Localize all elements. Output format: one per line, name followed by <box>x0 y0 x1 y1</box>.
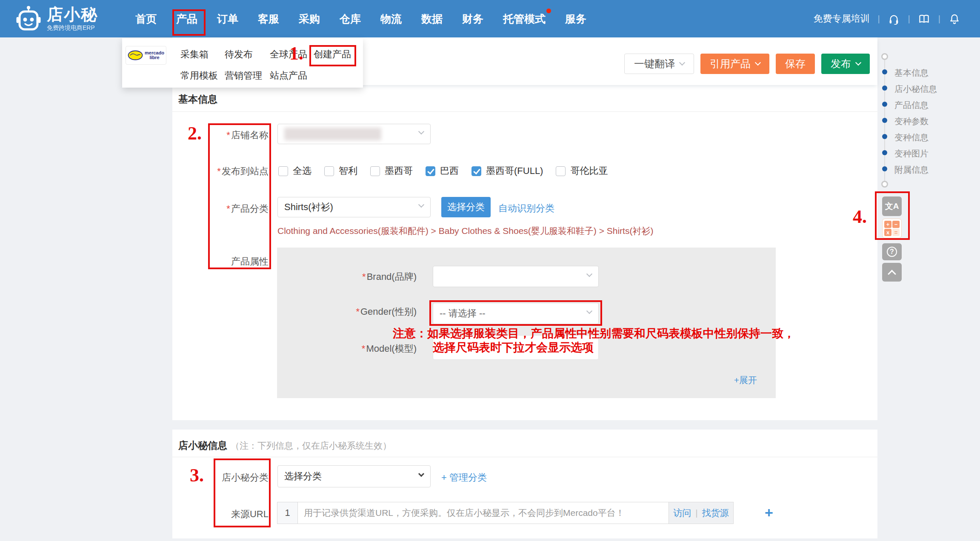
app-logo[interactable]: 店小秘 免费跨境电商ERP <box>16 6 98 32</box>
shop-name-select[interactable] <box>277 124 431 144</box>
gender-note-line1: 注意：如果选择服装类目，产品属性中性别需要和尺码表模板中性别保持一致， <box>393 326 795 341</box>
visit-link[interactable]: 访问 <box>673 507 691 519</box>
anchor-dot-variant-params[interactable] <box>882 118 887 123</box>
nav-item-warehouse[interactable]: 仓库 <box>340 12 361 26</box>
save-button-label: 保存 <box>785 57 806 71</box>
menu-item-marketing[interactable]: 营销管理 <box>225 69 270 82</box>
nav-item-logistics[interactable]: 物流 <box>380 12 402 26</box>
product-category-select[interactable]: Shirts(衬衫) <box>277 197 431 217</box>
site-checkbox-brazil[interactable]: 巴西 <box>426 165 459 177</box>
checkbox-checked-icon[interactable] <box>426 166 435 176</box>
source-url-label: 来源URL: <box>172 508 271 521</box>
gender-select-placeholder: -- 请选择 -- <box>440 307 486 320</box>
back-to-top-button[interactable] <box>882 263 902 282</box>
publish-button[interactable]: 发布 <box>821 54 870 74</box>
topbar-utilities: 免费专属培训 | | | <box>813 12 960 25</box>
quote-product-button[interactable]: 引用产品 <box>700 54 769 74</box>
nav-item-orders[interactable]: 订单 <box>217 12 238 26</box>
anchor-dot-basic[interactable] <box>882 69 887 74</box>
publish-button-label: 发布 <box>831 57 851 71</box>
nav-item-finance[interactable]: 财务 <box>462 12 483 26</box>
dxm-info-card: 店小秘信息 （注：下列信息，仅在店小秘系统生效） 店小秘分类: 选择分类 + 管… <box>172 430 877 538</box>
menu-item-collect-box[interactable]: 采集箱 <box>180 48 225 61</box>
checkbox-icon[interactable] <box>370 166 380 176</box>
nav-item-hosting[interactable]: 托管模式 <box>503 12 546 26</box>
choose-category-button[interactable]: 选择分类 <box>441 197 491 217</box>
gender-note-line2: 选择尺码表时下拉才会显示选项 <box>433 340 594 355</box>
product-menu-grid: 采集箱 待发布 全球产品 创建产品 常用模板 营销管理 站点产品 <box>180 48 351 82</box>
site-checkbox-mexico[interactable]: 墨西哥 <box>370 165 413 177</box>
mercadolibre-icon <box>128 50 143 60</box>
anchor-item-variant-info[interactable]: 变种信息 <box>894 132 929 143</box>
anchor-item-dxm[interactable]: 店小秘信息 <box>894 83 937 95</box>
gender-select[interactable]: -- 请选择 -- <box>433 303 599 324</box>
anchor-item-attached[interactable]: 附属信息 <box>894 164 929 176</box>
site-checkbox-colombia[interactable]: 哥伦比亚 <box>556 165 608 177</box>
free-training-link[interactable]: 免费专属培训 <box>813 12 869 25</box>
add-source-url-button[interactable]: + <box>765 504 773 521</box>
expand-attrs-link[interactable]: +展开 <box>734 374 757 386</box>
menu-item-global-products[interactable]: 全球产品 <box>270 48 314 61</box>
anchor-item-basic[interactable]: 基本信息 <box>894 67 929 79</box>
anchor-item-product[interactable]: 产品信息 <box>894 100 929 111</box>
anchor-dot-variant-info[interactable] <box>882 134 887 139</box>
nav-item-service[interactable]: 客服 <box>258 12 279 26</box>
calculator-tool-button[interactable]: + − x = <box>882 219 902 238</box>
basic-section-title: 基本信息 <box>178 93 217 106</box>
nav-item-purchase[interactable]: 采购 <box>299 12 320 26</box>
nav-item-product[interactable]: 产品 <box>176 12 197 26</box>
page-root: 一键翻译 引用产品 保存 发布 基本信息 *店铺名称: *发布到站点: <box>0 0 980 541</box>
translate-button[interactable]: 一键翻译 <box>624 54 694 74</box>
nav-item-data[interactable]: 数据 <box>421 12 443 26</box>
anchor-dot-product[interactable] <box>882 102 887 107</box>
nav-item-services[interactable]: 服务 <box>565 12 586 26</box>
dxm-category-select[interactable]: 选择分类 <box>277 465 431 487</box>
auto-detect-category-link[interactable]: 自动识别分类 <box>498 202 554 215</box>
checkbox-icon[interactable] <box>324 166 334 176</box>
checkbox-icon[interactable] <box>278 166 288 176</box>
book-icon[interactable] <box>918 13 930 25</box>
dxm-section-subtitle: （注：下列信息，仅在店小秘系统生效） <box>231 440 391 452</box>
app-title: 店小秘 <box>47 6 98 23</box>
anchor-dot-dxm[interactable] <box>882 85 887 91</box>
manage-category-link[interactable]: + 管理分类 <box>441 471 487 484</box>
publish-sites-label: *发布到站点: <box>172 165 271 178</box>
nav-item-home[interactable]: 首页 <box>135 12 157 26</box>
menu-item-pending-publish[interactable]: 待发布 <box>225 48 270 61</box>
publish-sites-group: 全选 智利 墨西哥 巴西 墨西哥(FULL) 哥伦比亚 <box>278 165 608 177</box>
anchor-item-variant-images[interactable]: 变种图片 <box>894 148 929 159</box>
anchor-item-variant-params[interactable]: 变种参数 <box>894 116 929 127</box>
source-url-index: 1 <box>277 502 297 524</box>
checkbox-checked-icon[interactable] <box>471 166 481 176</box>
menu-item-common-templates[interactable]: 常用模板 <box>180 69 225 82</box>
site-checkbox-all[interactable]: 全选 <box>278 165 311 177</box>
brand-select[interactable] <box>433 266 599 287</box>
anchor-dot-attached[interactable] <box>882 166 887 171</box>
translate-button-label: 一键翻译 <box>634 57 675 71</box>
product-attrs-panel: *Brand(品牌) *Gender(性别) -- 请选择 -- 注意：如果选择… <box>277 248 776 398</box>
chevron-up-icon <box>888 270 896 278</box>
source-url-input[interactable] <box>297 502 669 524</box>
help-button[interactable]: ? <box>882 243 902 260</box>
chevron-down-icon <box>855 60 861 65</box>
checkbox-icon[interactable] <box>556 166 566 176</box>
headset-icon[interactable] <box>888 13 900 25</box>
translate-tool-button[interactable]: 文A <box>882 196 902 216</box>
find-source-link[interactable]: 找货源 <box>702 507 729 519</box>
product-attrs-label: 产品属性: <box>172 255 271 268</box>
menu-item-create-product[interactable]: 创建产品 <box>314 48 351 61</box>
timeline-bottom-ring <box>881 181 888 188</box>
site-checkbox-chile[interactable]: 智利 <box>324 165 357 177</box>
bell-icon[interactable] <box>949 13 960 25</box>
chevron-down-icon <box>418 128 424 134</box>
menu-item-site-products[interactable]: 站点产品 <box>270 69 314 82</box>
timeline-top-ring <box>881 53 888 60</box>
category-path-breadcrumb: Clothing and Accessories(服装和配件) > Baby C… <box>277 225 653 237</box>
product-category-value: Shirts(衬衫) <box>284 201 333 214</box>
site-checkbox-mexico-full[interactable]: 墨西哥(FULL) <box>471 165 543 177</box>
mercadolibre-platform-badge[interactable]: mercado libre <box>126 46 166 65</box>
save-button[interactable]: 保存 <box>776 54 815 74</box>
chevron-down-icon <box>586 308 592 314</box>
anchor-dot-variant-images[interactable] <box>882 150 887 155</box>
shop-name-masked-value <box>284 128 381 140</box>
